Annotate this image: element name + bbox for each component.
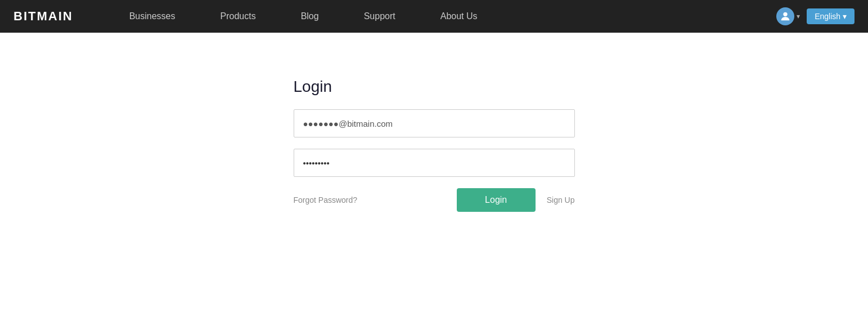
user-avatar-icon	[776, 7, 794, 25]
site-header: BITMAIN Businesses Products Blog Support…	[0, 0, 868, 33]
email-input[interactable]	[294, 109, 575, 137]
nav-products[interactable]: Products	[197, 0, 278, 33]
header-right: ▾ English ▾	[776, 7, 854, 25]
main-content: Login Forgot Password? Login Sign Up	[0, 33, 868, 212]
user-account-button[interactable]: ▾	[776, 7, 800, 25]
nav-support[interactable]: Support	[341, 0, 418, 33]
nav-businesses[interactable]: Businesses	[107, 0, 198, 33]
login-action-group: Login Sign Up	[457, 188, 575, 212]
form-actions: Forgot Password? Login Sign Up	[294, 188, 575, 212]
email-field-group	[294, 109, 575, 137]
site-logo: BITMAIN	[14, 9, 73, 24]
main-nav: Businesses Products Blog Support About U…	[107, 0, 777, 33]
password-input[interactable]	[294, 149, 575, 177]
sign-up-link[interactable]: Sign Up	[547, 195, 575, 205]
login-title: Login	[294, 78, 575, 96]
nav-blog[interactable]: Blog	[278, 0, 341, 33]
login-form-container: Login Forgot Password? Login Sign Up	[294, 78, 575, 212]
nav-about-us[interactable]: About Us	[418, 0, 500, 33]
language-button[interactable]: English ▾	[807, 8, 854, 24]
user-chevron-icon: ▾	[797, 12, 800, 20]
login-button[interactable]: Login	[457, 188, 536, 212]
forgot-password-link[interactable]: Forgot Password?	[294, 195, 358, 205]
password-field-group	[294, 149, 575, 177]
svg-point-0	[784, 12, 788, 16]
